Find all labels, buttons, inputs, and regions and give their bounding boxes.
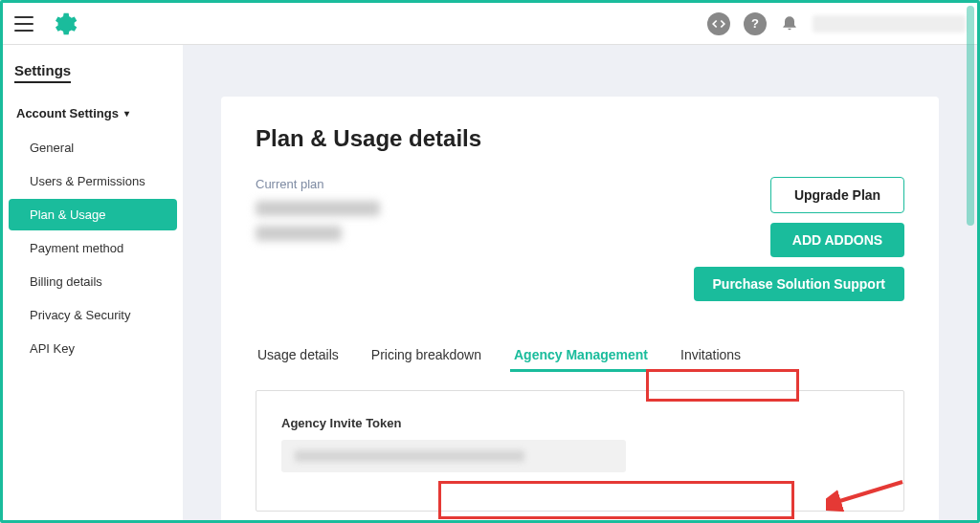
agency-token-value [295,450,524,462]
add-addons-button[interactable]: ADD ADDONS [770,223,904,257]
tab-agency-management[interactable]: Agency Management [512,347,650,372]
help-icon[interactable]: ? [744,12,767,35]
agency-token-field[interactable] [281,440,626,472]
page-title: Plan & Usage details [256,125,904,152]
tabs: Usage details Pricing breakdown Agency M… [256,347,904,373]
main-area: Plan & Usage details Current plan Upgrad… [183,45,977,520]
scrollbar[interactable] [967,6,974,226]
plan-usage-card: Plan & Usage details Current plan Upgrad… [221,97,939,520]
chevron-down-icon: ▾ [124,108,129,119]
purchase-support-button[interactable]: Purchase Solution Support [694,267,904,301]
menu-icon[interactable] [14,16,33,32]
account-name[interactable] [813,15,966,33]
current-plan-block: Current plan [256,177,380,241]
app-logo[interactable] [49,10,78,38]
upgrade-plan-button[interactable]: Upgrade Plan [770,177,904,213]
sidebar-item-users-permissions[interactable]: Users & Permissions [9,165,177,197]
topbar: ? [3,3,977,45]
code-icon[interactable] [707,12,730,35]
current-plan-name [256,201,380,216]
section-label: Account Settings [16,106,119,120]
topbar-right: ? [707,12,966,35]
settings-heading: Settings [3,62,183,87]
plan-row: Current plan Upgrade Plan ADD ADDONS Pur… [256,177,904,301]
sidebar-item-payment-method[interactable]: Payment method [9,232,177,264]
current-plan-price [256,226,342,241]
agency-token-label: Agency Invite Token [281,416,879,430]
account-settings-toggle[interactable]: Account Settings ▾ [3,87,183,130]
layout: Settings Account Settings ▾ General User… [3,45,977,520]
tab-usage-details[interactable]: Usage details [256,347,341,372]
sidebar-item-plan-usage[interactable]: Plan & Usage [9,199,177,230]
tab-pricing-breakdown[interactable]: Pricing breakdown [369,347,483,372]
current-plan-label: Current plan [256,177,380,191]
sidebar-item-privacy-security[interactable]: Privacy & Security [9,299,177,331]
agency-panel: Agency Invite Token [256,390,904,512]
bell-icon[interactable] [780,12,799,35]
tab-invitations[interactable]: Invitations [679,347,743,372]
plan-actions: Upgrade Plan ADD ADDONS Purchase Solutio… [694,177,904,301]
sidebar-item-billing-details[interactable]: Billing details [9,266,177,297]
sidebar: Settings Account Settings ▾ General User… [3,45,183,520]
sidebar-item-api-key[interactable]: API Key [9,333,177,364]
sidebar-item-general[interactable]: General [9,132,177,163]
